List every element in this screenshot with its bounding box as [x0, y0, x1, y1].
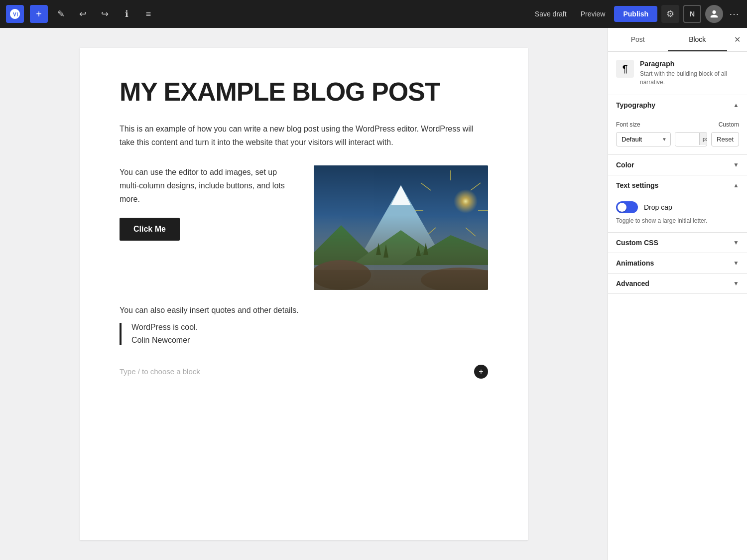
post-col-text-paragraph[interactable]: You can use the editor to add images, se… [120, 165, 294, 206]
animations-title: Animations [616, 259, 654, 267]
custom-label: Custom [719, 121, 739, 128]
advanced-title: Advanced [616, 280, 649, 287]
svg-marker-20 [423, 243, 428, 255]
svg-marker-12 [351, 230, 451, 265]
section-advanced: Advanced ▼ [608, 274, 747, 294]
tab-post[interactable]: Post [608, 28, 668, 51]
main-layout: MY EXAMPLE BLOG POST This is an example … [0, 28, 747, 560]
redo-button[interactable]: ↪ [96, 5, 114, 23]
settings-button[interactable]: ⚙ [661, 5, 679, 23]
sidebar-tabs: Post Block ✕ [608, 28, 747, 52]
font-size-label: Font size [616, 121, 715, 128]
text-settings-chevron-up-icon: ▲ [733, 182, 739, 189]
text-settings-content: Drop cap Toggle to show a large initial … [608, 195, 747, 232]
custom-size-unit: px [699, 133, 707, 145]
blockquote-cite[interactable]: Colin Newcomer [131, 336, 488, 345]
block-name: Paragraph [640, 60, 739, 68]
post-title[interactable]: MY EXAMPLE BLOG POST [120, 78, 488, 106]
drop-cap-hint: Toggle to show a large initial letter. [616, 217, 739, 224]
save-draft-button[interactable]: Save draft [530, 7, 572, 21]
block-icon: ¶ [616, 60, 634, 78]
new-block-area[interactable]: Type / to choose a block + [120, 361, 488, 383]
user-avatar[interactable] [705, 5, 723, 23]
add-block-button[interactable]: + [30, 5, 48, 23]
font-size-select[interactable]: Default Small Medium Large Extra Large [616, 132, 671, 146]
wp-logo[interactable] [6, 5, 24, 23]
sidebar: Post Block ✕ ¶ Paragraph Start with the … [608, 28, 747, 560]
font-size-row: Font size Custom [616, 121, 739, 128]
text-settings-header[interactable]: Text settings ▲ [608, 175, 747, 195]
block-info: ¶ Paragraph Start with the building bloc… [608, 52, 747, 95]
click-me-button[interactable]: Click Me [120, 218, 180, 241]
svg-marker-19 [416, 245, 421, 256]
typography-section-title: Typography [616, 101, 655, 109]
svg-marker-18 [383, 244, 388, 258]
n-plugin-button[interactable]: N [683, 5, 701, 23]
drop-cap-label: Drop cap [644, 203, 672, 211]
preview-button[interactable]: Preview [576, 7, 611, 21]
advanced-chevron-down-icon: ▼ [733, 280, 739, 287]
more-options-button[interactable]: ⋯ [727, 6, 741, 22]
post-col-image [314, 165, 488, 290]
font-size-controls: Default Small Medium Large Extra Large ▼… [616, 132, 739, 146]
svg-marker-17 [376, 243, 381, 255]
undo-button[interactable]: ↩ [74, 5, 92, 23]
svg-line-8 [426, 228, 436, 236]
custom-css-title: Custom CSS [616, 239, 658, 247]
new-block-placeholder: Type / to choose a block [120, 367, 200, 376]
color-section-title: Color [616, 161, 634, 169]
font-size-select-wrap: Default Small Medium Large Extra Large ▼ [616, 132, 671, 146]
custom-css-chevron-down-icon: ▼ [733, 239, 739, 246]
typography-content: Font size Custom Default Small Medium La… [608, 115, 747, 154]
svg-point-15 [421, 268, 488, 290]
reset-font-size-button[interactable]: Reset [711, 132, 739, 146]
tab-block[interactable]: Block [668, 28, 728, 51]
topbar-right: Save draft Preview Publish ⚙ N ⋯ [530, 5, 741, 23]
info-button[interactable]: ℹ [118, 5, 135, 23]
svg-marker-11 [314, 225, 381, 265]
block-info-text: Paragraph Start with the building block … [640, 60, 739, 87]
drop-cap-toggle[interactable] [616, 201, 638, 213]
svg-marker-13 [401, 235, 488, 265]
animations-chevron-down-icon: ▼ [733, 260, 739, 267]
svg-line-7 [466, 228, 476, 236]
post-col-text: You can use the editor to add images, se… [120, 165, 294, 241]
publish-button[interactable]: Publish [614, 6, 657, 22]
advanced-header[interactable]: Advanced ▼ [608, 274, 747, 293]
section-color: Color ▼ [608, 155, 747, 175]
blockquote: WordPress is cool. Colin Newcomer [120, 323, 488, 345]
typography-chevron-up-icon: ▲ [733, 102, 739, 109]
topbar: + ✎ ↩ ↪ ℹ ≡ Save draft Preview Publish ⚙… [0, 0, 747, 28]
color-chevron-down-icon: ▼ [733, 161, 739, 168]
post-columns: You can use the editor to add images, se… [120, 165, 488, 290]
custom-size-input[interactable] [675, 133, 699, 146]
section-custom-css: Custom CSS ▼ [608, 233, 747, 253]
section-typography: Typography ▲ Font size Custom Default Sm… [608, 95, 747, 155]
editor-area[interactable]: MY EXAMPLE BLOG POST This is an example … [0, 28, 608, 560]
custom-input-wrap: px [675, 132, 707, 146]
close-sidebar-button[interactable]: ✕ [727, 28, 747, 51]
color-section-header[interactable]: Color ▼ [608, 155, 747, 175]
inline-add-block-button[interactable]: + [474, 365, 488, 379]
section-text-settings: Text settings ▲ Drop cap Toggle to show … [608, 175, 747, 233]
drop-cap-row: Drop cap [616, 201, 739, 213]
text-settings-title: Text settings [616, 181, 658, 189]
svg-rect-16 [314, 270, 488, 290]
section-animations: Animations ▼ [608, 253, 747, 274]
list-view-button[interactable]: ≡ [139, 5, 157, 23]
block-description: Start with the building block of all nar… [640, 70, 739, 87]
post-intro[interactable]: This is an example of how you can write … [120, 122, 488, 149]
animations-header[interactable]: Animations ▼ [608, 253, 747, 273]
typography-section-header[interactable]: Typography ▲ [608, 95, 747, 115]
svg-point-14 [314, 260, 371, 290]
post-quotes-intro[interactable]: You can also easily insert quotes and ot… [120, 306, 488, 315]
edit-button[interactable]: ✎ [52, 5, 70, 23]
mountain-image [314, 165, 488, 290]
blockquote-text[interactable]: WordPress is cool. [131, 323, 488, 332]
custom-css-header[interactable]: Custom CSS ▼ [608, 233, 747, 253]
editor-content: MY EXAMPLE BLOG POST This is an example … [80, 48, 528, 540]
